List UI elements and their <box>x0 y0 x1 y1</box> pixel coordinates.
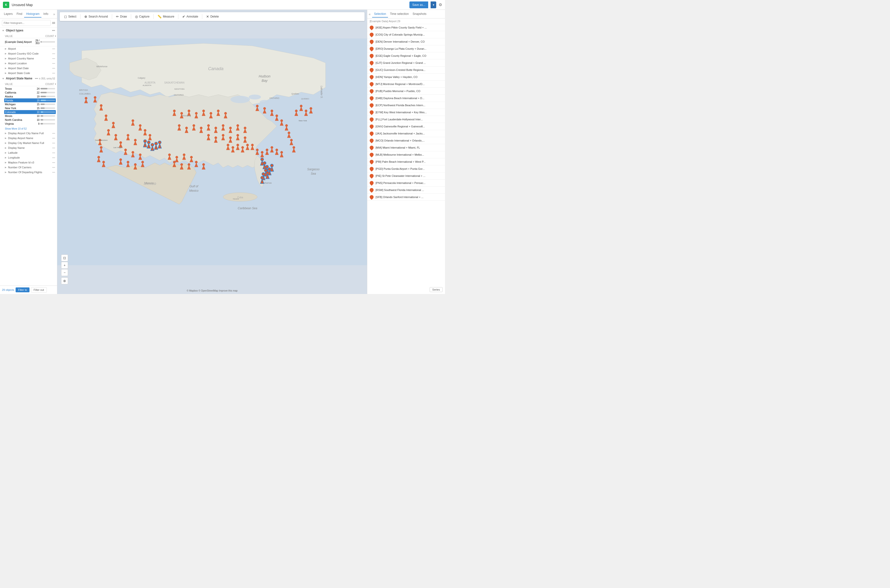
state-row-alaska[interactable]: Alaska 19 <box>5 94 55 98</box>
state-row-newyork[interactable]: New York 15 <box>5 106 55 110</box>
field-num-carriers-menu[interactable]: ••• <box>52 166 55 169</box>
select-tool-button[interactable]: ◻ Select <box>62 14 79 20</box>
state-row-colorado[interactable]: Colorado 10 <box>4 110 56 114</box>
tab-selection[interactable]: Selection <box>372 11 388 18</box>
selection-item-fll[interactable]: [FLL] Fort Lauderdale-Hollywood Inter... <box>367 116 445 123</box>
selection-item-gnv[interactable]: [GNV] Gainesville Regional + Gainesvill.… <box>367 123 445 130</box>
field-latitude[interactable]: ▶ Latitude ••• <box>0 150 57 155</box>
selection-item-pub[interactable]: [PUB] Pueblo Memorial + Pueblo, CO <box>367 88 445 95</box>
show-more-link[interactable]: Show More 10 of 52 <box>0 127 57 131</box>
selection-item-guc[interactable]: [GUC] Gunnison-Crested Butte Regiona... <box>367 66 445 74</box>
right-expand-button[interactable]: « <box>369 12 371 16</box>
selection-item-pbi[interactable]: [PBI] Palm Beach International + West P.… <box>367 158 445 165</box>
settings-button[interactable]: ⚙ <box>439 2 442 7</box>
tab-layers[interactable]: Layers <box>2 11 15 18</box>
capture-button[interactable]: ◎ Capture <box>132 14 152 20</box>
tab-snapshots[interactable]: Snapshots <box>410 11 428 18</box>
state-count-col[interactable]: COUNT ▼ <box>45 83 55 86</box>
draw-button[interactable]: ✏ Draw <box>114 14 129 20</box>
field-mapbox-id[interactable]: ▶ Mapbox Feature Id v3 ••• <box>0 160 57 165</box>
series-button[interactable]: Series <box>430 287 443 292</box>
field-state-code-menu[interactable]: ••• <box>52 72 55 75</box>
tab-histogram[interactable]: Histogram <box>24 11 41 18</box>
search-around-button[interactable]: ⊕ Search Around <box>82 14 110 20</box>
filter-histogram-input[interactable] <box>2 20 51 26</box>
filter-to-button[interactable]: Filter to <box>16 287 30 292</box>
selection-item-dro[interactable]: [DRO] Durango La Plata County + Duran... <box>367 45 445 52</box>
selection-item-mco[interactable]: [MCO] Orlando International + Orlando,..… <box>367 137 445 144</box>
zoom-in-button[interactable]: + <box>61 262 68 268</box>
field-country-iso-menu[interactable]: ••• <box>52 52 55 55</box>
field-start-date[interactable]: ▶ Airport Start Date ••• <box>0 66 57 70</box>
measure-button[interactable]: 📏 Measure <box>155 14 177 20</box>
count-col-header[interactable]: COUNT ▼ <box>45 35 55 38</box>
map-background[interactable]: Hudson Bay Labrador S. Canada ALBERTA SA… <box>57 10 367 294</box>
save-button[interactable]: Save as... <box>409 2 428 8</box>
state-row-michigan[interactable]: Michigan 15 <box>5 102 55 106</box>
state-row-illinois[interactable]: Illinois 10 <box>5 114 55 118</box>
field-display-name-menu[interactable]: ••• <box>52 146 55 149</box>
selection-item-pie[interactable]: [PIE] St Pete Clearwater International +… <box>367 172 445 180</box>
tab-time-selection[interactable]: Time selection <box>388 11 410 18</box>
field-country-name-menu[interactable]: ••• <box>52 57 55 60</box>
field-display-city-name[interactable]: ▶ Display Airport City Name Full ••• <box>0 131 57 136</box>
filter-out-button[interactable]: Filter out <box>31 287 47 292</box>
selection-item-ecp[interactable]: [ECP] Northwest Florida Beaches Intern..… <box>367 102 445 109</box>
field-country-iso[interactable]: ▶ Airport Country ISO Code ••• <box>0 51 57 56</box>
field-state-name-menu[interactable]: ••• <box>35 77 38 80</box>
field-airport-menu[interactable]: ••• <box>52 47 55 50</box>
field-start-date-menu[interactable]: ••• <box>52 67 55 70</box>
annotate-button[interactable]: ✔ Annotate <box>180 14 201 20</box>
field-mapbox-menu[interactable]: ••• <box>52 161 55 164</box>
selection-item-pgd[interactable]: [PGD] Punta Gorda Airport + Punta Gor... <box>367 165 445 172</box>
selection-item-mtj[interactable]: [MTJ] Montrose Regional + Montrose/D... <box>367 81 445 88</box>
field-location[interactable]: ▶ Airport Location ••• <box>0 61 57 66</box>
selection-item-mia[interactable]: [MIA] Miami International + Miami, FL <box>367 144 445 151</box>
field-location-menu[interactable]: ••• <box>52 62 55 65</box>
field-state-code[interactable]: ▶ Airport State Code ••• <box>0 70 57 75</box>
state-row-california[interactable]: California 22 <box>5 91 55 94</box>
object-types-menu[interactable]: ••• <box>52 29 55 32</box>
selection-item-den[interactable]: [DEN] Denver International + Denver, CO <box>367 38 445 45</box>
selection-item-rsw[interactable]: [RSW] Southwest Florida International ..… <box>367 187 445 194</box>
selection-item-dab[interactable]: [DAB] Daytona Beach International + D... <box>367 95 445 102</box>
field-latitude-menu[interactable]: ••• <box>52 151 55 154</box>
filter-all-button[interactable]: All <box>52 21 55 24</box>
selection-item-hdn[interactable]: [HDN] Yampa Valley + Hayden, CO <box>367 74 445 81</box>
selection-item-eyw[interactable]: [EYW] Key West International + Key Wes..… <box>367 109 445 116</box>
selection-item-ege[interactable]: [EGE] Eagle County Regional + Eagle, CO <box>367 52 445 59</box>
state-row-texas[interactable]: Texas 24 <box>5 87 55 91</box>
field-country-name[interactable]: ▶ Airport Country Name ••• <box>0 56 57 61</box>
field-display-airport-menu[interactable]: ••• <box>52 136 55 140</box>
save-arrow-button[interactable]: ▾ <box>431 2 436 8</box>
field-display-market-menu[interactable]: ••• <box>52 141 55 144</box>
selection-item-jax[interactable]: [JAX] Jacksonville International + Jacks… <box>367 130 445 137</box>
state-row-florida[interactable]: Florida 19 <box>4 98 56 102</box>
selection-item-cos[interactable]: [COS] City of Colorado Springs Municip..… <box>367 31 445 38</box>
selection-item-mlb[interactable]: [MLB] Melbourne International + Melbo... <box>367 151 445 158</box>
field-departing-flights[interactable]: ▶ Number Of Departing Flights ••• <box>0 170 57 175</box>
field-display-city-menu[interactable]: ••• <box>52 132 55 135</box>
selection-item-ase[interactable]: [ASE] Aspen Pitkin County Sardy Field + … <box>367 24 445 31</box>
zoom-extent-button[interactable]: ⊡ <box>61 255 68 261</box>
object-type-row[interactable]: [Example Data] Airport 29 / 353 <box>5 39 55 45</box>
delete-button[interactable]: ✕ Delete <box>204 14 221 20</box>
field-airport[interactable]: ▶ Airport ••• <box>0 46 57 51</box>
object-types-header[interactable]: ▼ Object types ••• <box>0 27 57 33</box>
compass-button[interactable]: ⊕ <box>61 278 68 284</box>
field-longitude-menu[interactable]: ••• <box>52 156 55 159</box>
field-state-name-header[interactable]: ▼ Airport State Name ••• n 353, uniq 52 <box>0 75 57 81</box>
selection-item-sfb[interactable]: [SFB] Orlando Sanford International + ..… <box>367 194 445 201</box>
field-longitude[interactable]: ▶ Longitude ••• <box>0 155 57 160</box>
tab-find[interactable]: Find <box>15 11 24 18</box>
selection-item-gjt[interactable]: [GJT] Grand Junction Regional + Grand ..… <box>367 59 445 66</box>
state-row-nc[interactable]: North Carolina 10 <box>5 118 55 122</box>
field-display-market-name[interactable]: ▶ Display City Market Name Full ••• <box>0 141 57 146</box>
field-display-airport-name[interactable]: ▶ Display Airport Name ••• <box>0 136 57 141</box>
field-display-name[interactable]: ▶ Display Name ••• <box>0 146 57 150</box>
state-row-virginia[interactable]: Virginia 9 <box>5 122 55 126</box>
selection-item-pns[interactable]: [PNS] Pensacola International + Pensac..… <box>367 180 445 187</box>
tab-info[interactable]: Info <box>41 11 50 18</box>
field-departing-menu[interactable]: ••• <box>52 171 55 174</box>
field-num-carriers[interactable]: ▶ Number Of Carriers ••• <box>0 165 57 170</box>
